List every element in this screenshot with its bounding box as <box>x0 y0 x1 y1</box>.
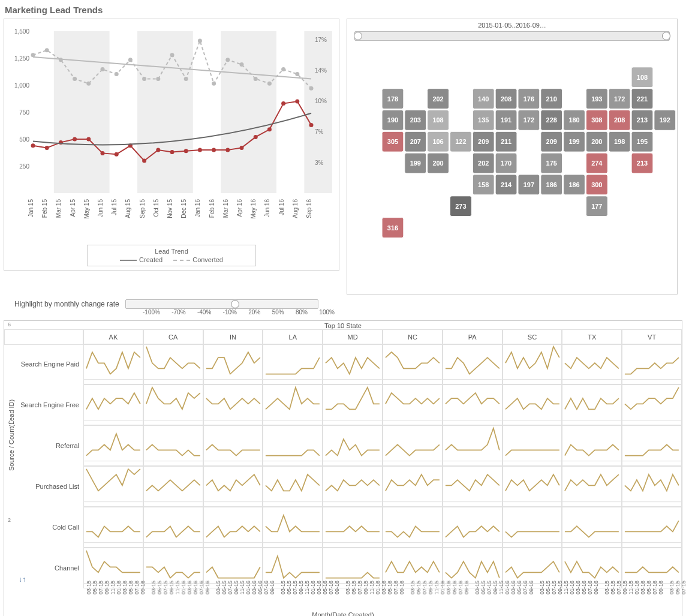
cell-Referral-MD[interactable] <box>323 425 383 466</box>
cell-Search Engine Free-SC[interactable] <box>503 384 562 425</box>
date-range-slider[interactable] <box>354 31 670 41</box>
cell-Search Engine Paid-LA[interactable] <box>263 344 323 384</box>
cell-Search Engine Free-NC[interactable] <box>383 384 443 425</box>
us-map[interactable]: 1081782021402081762101931722211902031081… <box>347 43 677 294</box>
svg-text:Oct 15: Oct 15 <box>153 199 160 217</box>
cell-Search Engine Free-VT[interactable] <box>622 384 682 425</box>
cell-Referral-NC[interactable] <box>383 425 443 466</box>
svg-point-40 <box>86 137 91 142</box>
svg-text:192: 192 <box>660 116 670 124</box>
cell-Purchased List-NC[interactable] <box>383 466 443 507</box>
col-TX[interactable]: TX <box>562 329 622 345</box>
col-PA[interactable]: PA <box>443 329 503 345</box>
col-NC[interactable]: NC <box>383 329 443 345</box>
cell-Referral-TX[interactable] <box>562 425 622 466</box>
cell-Cold Call-NC[interactable] <box>383 507 443 548</box>
cell-Purchased List-VT[interactable] <box>622 466 682 507</box>
svg-text:172: 172 <box>614 95 625 103</box>
cell-Search Engine Paid-IN[interactable] <box>203 344 263 384</box>
date-range-label: 2015-01-05..2016-09… <box>347 19 677 30</box>
svg-text:122: 122 <box>455 138 466 145</box>
svg-point-50 <box>225 148 230 152</box>
cell-Search Engine Paid-NC[interactable] <box>383 344 443 384</box>
svg-text:Aug 15: Aug 15 <box>125 199 131 218</box>
cell-Search Engine Paid-CA[interactable] <box>143 344 203 384</box>
cell-Purchased List-MD[interactable] <box>323 466 383 507</box>
sort-icon[interactable]: ↓↑ <box>19 575 26 584</box>
col-SC[interactable]: SC <box>503 329 562 345</box>
cell-Referral-PA[interactable] <box>443 425 503 466</box>
cell-Cold Call-VT[interactable] <box>622 507 682 548</box>
legend-created: Created <box>139 256 163 263</box>
col-AK[interactable]: AK <box>83 329 143 345</box>
svg-text:10%: 10% <box>315 98 327 104</box>
cell-Search Engine Free-PA[interactable] <box>443 384 503 425</box>
svg-text:1,250: 1,250 <box>14 55 29 62</box>
col-IN[interactable]: IN <box>203 329 263 345</box>
cell-Purchased List-AK[interactable] <box>83 466 143 507</box>
col-LA[interactable]: LA <box>263 329 323 345</box>
row-4: Cold Call <box>4 507 83 548</box>
cell-Purchased List-PA[interactable] <box>443 466 503 507</box>
svg-point-44 <box>142 159 146 163</box>
cell-Search Engine Paid-MD[interactable] <box>323 344 383 384</box>
svg-point-53 <box>267 127 272 131</box>
svg-point-45 <box>156 148 160 152</box>
cell-Cold Call-SC[interactable] <box>503 507 562 548</box>
svg-point-55 <box>295 100 299 104</box>
cell-Search Engine Free-LA[interactable] <box>263 384 323 425</box>
svg-point-51 <box>240 146 244 150</box>
cell-Purchased List-CA[interactable] <box>143 466 203 507</box>
svg-text:Feb 16: Feb 16 <box>209 199 215 218</box>
cell-Search Engine Paid-TX[interactable] <box>562 344 622 384</box>
cell-Referral-SC[interactable] <box>503 425 562 466</box>
cell-Referral-VT[interactable] <box>622 425 682 466</box>
highlight-handle[interactable] <box>231 300 239 308</box>
svg-text:199: 199 <box>568 138 579 145</box>
svg-text:308: 308 <box>591 116 602 124</box>
cell-Referral-IN[interactable] <box>203 425 263 466</box>
cell-Search Engine Paid-VT[interactable] <box>622 344 682 384</box>
cell-Cold Call-LA[interactable] <box>263 507 323 548</box>
cell-Purchased List-LA[interactable] <box>263 466 323 507</box>
svg-point-39 <box>73 137 77 142</box>
cell-Search Engine Free-CA[interactable] <box>143 384 203 425</box>
cell-Search Engine Free-AK[interactable] <box>83 384 143 425</box>
cell-Referral-AK[interactable] <box>83 425 143 466</box>
svg-text:Apr 15: Apr 15 <box>70 199 76 217</box>
highlight-slider[interactable] <box>125 299 318 309</box>
svg-text:191: 191 <box>501 116 512 124</box>
svg-point-63 <box>115 72 119 76</box>
cell-Purchased List-TX[interactable] <box>562 466 622 507</box>
slider-handle-right[interactable] <box>662 32 670 40</box>
cell-Cold Call-AK[interactable] <box>83 507 143 548</box>
cell-Cold Call-PA[interactable] <box>443 507 503 548</box>
page-title: Marketing Lead Trends <box>5 5 682 15</box>
cell-Referral-LA[interactable] <box>263 425 323 466</box>
cell-Search Engine Paid-SC[interactable] <box>503 344 562 384</box>
cell-Cold Call-TX[interactable] <box>562 507 622 548</box>
slider-handle-left[interactable] <box>354 32 362 40</box>
cell-Search Engine Paid-PA[interactable] <box>443 344 503 384</box>
col-MD[interactable]: MD <box>323 329 383 345</box>
matrix-title: Top 10 State <box>4 321 682 329</box>
cell-Search Engine Paid-AK[interactable] <box>83 344 143 384</box>
svg-text:Jan 15: Jan 15 <box>28 199 34 217</box>
svg-text:211: 211 <box>501 138 512 145</box>
svg-text:108: 108 <box>637 74 648 81</box>
col-CA[interactable]: CA <box>143 329 203 345</box>
cell-Referral-CA[interactable] <box>143 425 203 466</box>
cell-Cold Call-IN[interactable] <box>203 507 263 548</box>
cell-Cold Call-CA[interactable] <box>143 507 203 548</box>
svg-text:207: 207 <box>410 138 421 145</box>
cell-Search Engine Free-TX[interactable] <box>562 384 622 425</box>
svg-text:274: 274 <box>591 160 603 167</box>
cell-Purchased List-SC[interactable] <box>503 466 562 507</box>
cell-Purchased List-IN[interactable] <box>203 466 263 507</box>
cell-Cold Call-MD[interactable] <box>323 507 383 548</box>
cell-Search Engine Free-MD[interactable] <box>323 384 383 425</box>
col-VT[interactable]: VT <box>622 329 682 345</box>
svg-text:305: 305 <box>387 138 398 145</box>
cell-Search Engine Free-IN[interactable] <box>203 384 263 425</box>
svg-text:14%: 14% <box>315 67 327 74</box>
